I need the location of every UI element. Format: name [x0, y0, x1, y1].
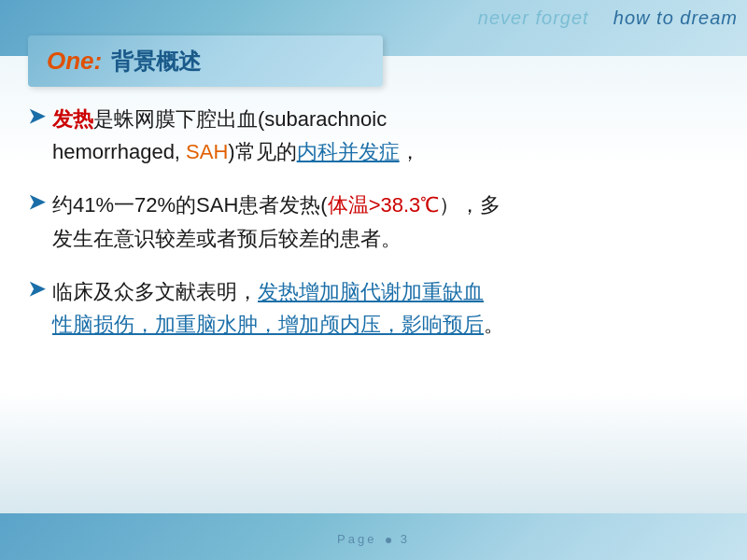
page-dot [386, 538, 391, 543]
main-content: ➤ 发热是蛛网膜下腔出血(subarachnoic hemorrhaged, S… [28, 103, 719, 361]
text-1a: 是蛛网膜下腔出血(subarachnoic [93, 107, 387, 131]
title-chinese: 背景概述 [111, 47, 201, 77]
text-1d: ， [400, 140, 420, 163]
text-3a: 临床及众多文献表明， [52, 280, 258, 303]
temperature-highlight: 体温>38.3℃ [328, 193, 440, 217]
text-2c: 发生在意识较差或者预后较差的患者。 [52, 227, 402, 250]
text-3b: 。 [484, 313, 504, 336]
title-box: One: 背景概述 [28, 35, 383, 87]
page-num: 3 [401, 532, 410, 546]
fever-brain-link: 发热增加脑代谢加重缺血 [258, 280, 484, 303]
bullet-arrow-1: ➤ [28, 105, 45, 129]
bullet-text-3: 临床及众多文献表明，发热增加脑代谢加重缺血 性脑损伤，加重脑水肿，增加颅内压，影… [52, 275, 504, 341]
fever-text-1: 发热 [52, 107, 93, 131]
bullet-item-1: ➤ 发热是蛛网膜下腔出血(subarachnoic hemorrhaged, S… [28, 103, 719, 168]
title-one: One: [47, 47, 102, 76]
text-2a: 约41%一72%的SAH患者发热( [52, 193, 328, 217]
bullet-item-2: ➤ 约41%一72%的SAH患者发热(体温>38.3℃），多 发生在意识较差或者… [28, 189, 719, 254]
bullet-arrow-2: ➤ [28, 190, 45, 215]
text-2b: ），多 [439, 193, 500, 217]
text-1c: )常见的 [228, 140, 296, 163]
text-1b: hemorrhaged, [52, 140, 186, 163]
header-tagline: never forget how to dream [478, 7, 738, 29]
bullet-arrow-3: ➤ [28, 277, 45, 301]
bullet-item-3: ➤ 临床及众多文献表明，发热增加脑代谢加重缺血 性脑损伤，加重脑水肿，增加颅内压… [28, 275, 719, 341]
sah-text-1: SAH [186, 140, 228, 163]
fever-brain-link-2: 性脑损伤，加重脑水肿，增加颅内压，影响预后 [52, 313, 484, 336]
how-to-dream-text: how to dream [613, 7, 738, 28]
never-forget-text: never forget [478, 7, 589, 28]
internal-complication-link: 内科并发症 [297, 140, 400, 163]
page-label: Page [337, 532, 376, 546]
bullet-text-1: 发热是蛛网膜下腔出血(subarachnoic hemorrhaged, SAH… [52, 103, 420, 168]
page-number: Page 3 [337, 532, 410, 546]
bullet-text-2: 约41%一72%的SAH患者发热(体温>38.3℃），多 发生在意识较差或者预后… [52, 189, 500, 254]
